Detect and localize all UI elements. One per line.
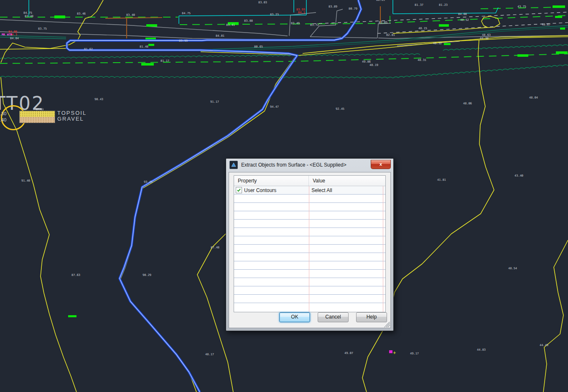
property-table[interactable]: Property Value User Contours	[234, 175, 386, 312]
elevation-label: 44.49	[540, 344, 548, 347]
elevation-label: 84.04	[10, 37, 19, 40]
elevation-label: 87.48	[211, 246, 219, 249]
depth-label-2: .40	[0, 117, 6, 122]
elevation-label: 83.85	[379, 21, 387, 24]
elevation-label: 43.40	[515, 174, 523, 177]
property-cell: User Contours	[244, 187, 276, 193]
elevation-label: 90.43	[94, 98, 103, 101]
dialog-titlebar[interactable]: Extract Objects from Surface - <EGL Supp…	[226, 159, 393, 171]
value-cell[interactable]: Select All	[309, 186, 385, 194]
column-separator	[309, 186, 309, 312]
elevation-label: 41.81	[437, 178, 446, 182]
table-row-empty	[234, 236, 385, 244]
elevation-label: 48.52	[460, 18, 469, 22]
elevation-label: 48.63	[482, 33, 491, 37]
elevation-label: 43.75	[517, 5, 526, 8]
elevation-label: 48.17	[205, 353, 214, 356]
elevation-label: 84.1	[298, 11, 305, 14]
dialog-title: Extract Objects from Surface - <EGL Supp…	[241, 162, 346, 168]
gravel-hatch	[20, 117, 55, 123]
table-row-empty	[234, 194, 385, 202]
elevation-label: 48.04	[529, 96, 538, 99]
elevation-label: 83.75	[38, 27, 47, 30]
dialog-client-area: Property Value User Contours	[229, 172, 391, 328]
elevation-label: 83.03	[258, 1, 267, 4]
elevation-label: 44.38	[480, 37, 489, 40]
elevation-label: 48.54	[508, 267, 517, 270]
table-row-empty	[234, 278, 385, 286]
elevation-label: 48.06	[463, 102, 472, 105]
elevation-label: 83.99	[179, 39, 188, 43]
elevation-label: 48.32	[433, 42, 442, 45]
elevation-label: 48.19	[369, 63, 378, 67]
table-row-empty	[234, 286, 385, 294]
elevation-label: 80.65	[254, 45, 263, 48]
brown-duct-lines[interactable]	[105, 6, 380, 38]
table-row-user-contours[interactable]: User Contours Select All	[234, 186, 385, 194]
elevation-label: 49.07	[344, 352, 353, 355]
elevation-label: 80.79	[349, 7, 357, 10]
elevation-label: 90.29	[143, 273, 151, 277]
elevation-label: 84.75	[182, 12, 191, 15]
elevation-label: 44.83	[477, 348, 486, 352]
table-row-empty	[234, 228, 385, 236]
autocad-drawing-viewport[interactable]: 84.7583.4884.0483.4683.4084.7583.8883.41…	[0, 0, 568, 392]
centerline-dashed[interactable]	[313, 12, 568, 33]
elevation-label: 88.03	[376, 0, 385, 2]
close-button[interactable]: x	[371, 160, 391, 169]
elevation-label: 49.86	[362, 60, 371, 63]
help-button[interactable]: Help	[356, 312, 387, 322]
topsoil-hatch	[20, 111, 55, 117]
table-row-empty	[234, 303, 385, 311]
elevation-label: 83.88	[244, 19, 253, 23]
elevation-label: 81.23	[439, 3, 448, 7]
table-row-empty	[234, 253, 385, 261]
cancel-button[interactable]: Cancel	[318, 312, 349, 322]
table-row-empty	[234, 219, 385, 228]
civil3d-app-icon	[229, 161, 238, 169]
ok-button[interactable]: OK	[279, 312, 310, 322]
elevation-label: 83.48	[25, 15, 33, 18]
depth-label-1: .30	[0, 111, 6, 116]
elevation-label: 84.75	[23, 11, 32, 15]
table-row-empty	[234, 244, 385, 253]
borehole-sample-label: 97.03	[36, 108, 43, 111]
elevation-label: 83.46	[77, 12, 86, 15]
elevation-label: 92.45	[336, 107, 344, 111]
elevation-label: 91.40	[21, 179, 30, 182]
elevation-label: 87.63	[71, 273, 80, 277]
column-header-property[interactable]: Property	[234, 176, 309, 186]
table-row-empty	[234, 269, 385, 278]
elevation-label: 83.49	[291, 22, 300, 25]
elevation-label: 81.48	[140, 45, 148, 48]
table-row-empty	[234, 211, 385, 219]
elevation-label: 48.31	[418, 58, 426, 62]
elevation-label: 81.37	[415, 3, 423, 7]
elevation-label: 49.17	[410, 352, 419, 355]
elevation-label: 83.23	[270, 13, 279, 16]
elevation-label: 84.01	[216, 34, 224, 38]
elevation-label: 81.62	[84, 48, 93, 51]
survey-point-magenta[interactable]	[389, 350, 396, 354]
elevation-label: 48.15	[418, 27, 427, 30]
gravel-label: GRAVEL	[57, 116, 84, 122]
elevation-label: 94.47	[270, 105, 279, 109]
table-row-empty	[234, 202, 385, 211]
elevation-label: 83.72	[310, 23, 319, 27]
elevation-label: 93.45	[144, 180, 153, 184]
elevation-label: 91.17	[210, 100, 219, 104]
user-contours-checkbox[interactable]	[236, 187, 242, 193]
borehole-strata-symbol	[20, 111, 55, 123]
extract-objects-dialog: Extract Objects from Surface - <EGL Supp…	[226, 158, 394, 331]
elevation-label: 83.41	[226, 23, 235, 27]
table-header: Property Value	[234, 176, 385, 186]
right-edge-separator	[383, 186, 383, 312]
elevation-label: MK WTR	[2, 33, 12, 36]
elevation-label: 84.08	[458, 13, 467, 16]
table-row-empty	[234, 294, 385, 303]
column-header-value[interactable]: Value	[309, 176, 385, 186]
resize-grip[interactable]	[384, 321, 390, 327]
elevation-label: 83.40	[126, 13, 135, 17]
table-row-empty	[234, 261, 385, 269]
elevation-label: 83.89	[329, 5, 337, 8]
